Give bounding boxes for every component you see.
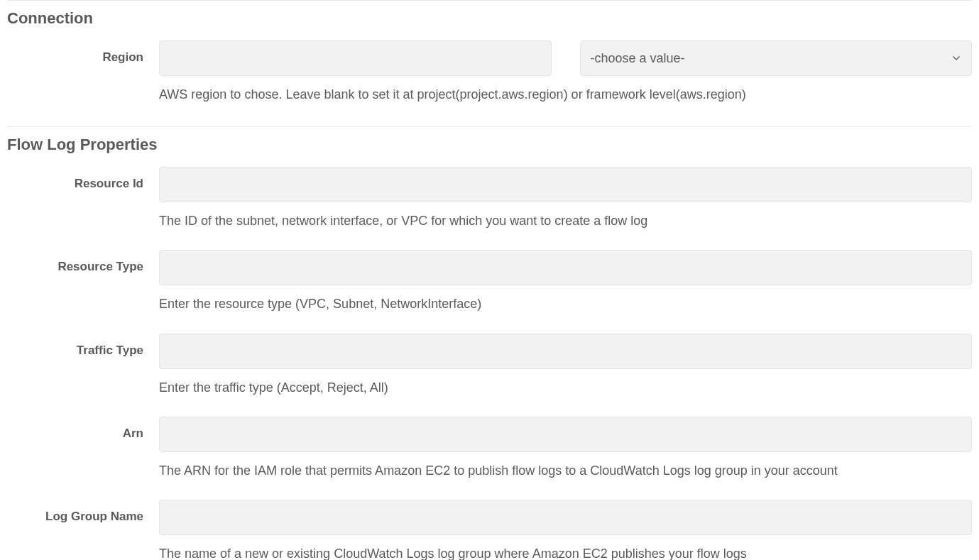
label-log-group-name: Log Group Name <box>7 500 159 524</box>
field-region: Region -choose a value- AWS r <box>7 40 972 104</box>
field-arn: Arn The ARN for the IAM role that permit… <box>7 417 972 480</box>
label-traffic-type: Traffic Type <box>7 334 159 358</box>
section-flow-log: Flow Log Properties Resource Id The ID o… <box>7 126 972 560</box>
help-resource-id: The ID of the subnet, network interface,… <box>159 212 972 230</box>
field-traffic-type: Traffic Type Enter the traffic type (Acc… <box>7 334 972 397</box>
field-log-group-name: Log Group Name The name of a new or exis… <box>7 500 972 560</box>
help-region: AWS region to chose. Leave blank to set … <box>159 86 972 104</box>
field-resource-type: Resource Type Enter the resource type (V… <box>7 250 972 313</box>
traffic-type-input[interactable] <box>159 334 972 369</box>
resource-id-input[interactable] <box>159 167 972 202</box>
label-arn: Arn <box>7 417 159 441</box>
help-log-group-name: The name of a new or existing CloudWatch… <box>159 545 972 560</box>
section-connection: Connection Region -choose a value- <box>7 0 972 104</box>
help-traffic-type: Enter the traffic type (Accept, Reject, … <box>159 379 972 397</box>
region-select[interactable]: -choose a value- <box>580 40 973 76</box>
log-group-name-input[interactable] <box>159 500 972 535</box>
help-resource-type: Enter the resource type (VPC, Subnet, Ne… <box>159 295 972 313</box>
resource-type-input[interactable] <box>159 250 972 285</box>
region-input[interactable] <box>159 40 552 76</box>
arn-input[interactable] <box>159 417 972 452</box>
field-resource-id: Resource Id The ID of the subnet, networ… <box>7 167 972 230</box>
section-title-connection: Connection <box>7 9 972 28</box>
label-region: Region <box>7 40 159 65</box>
label-resource-type: Resource Type <box>7 250 159 274</box>
help-arn: The ARN for the IAM role that permits Am… <box>159 462 972 480</box>
label-resource-id: Resource Id <box>7 167 159 191</box>
section-title-flow-log: Flow Log Properties <box>7 136 972 154</box>
